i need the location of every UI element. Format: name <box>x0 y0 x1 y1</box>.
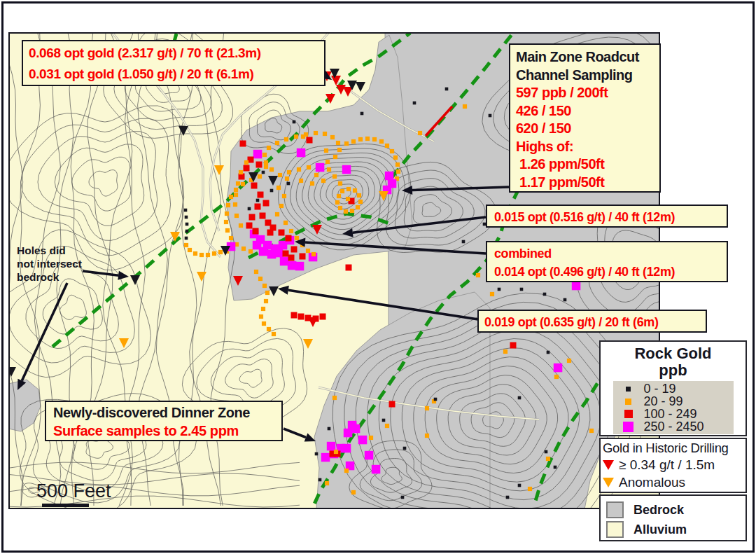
legend-item: 20 - 99 <box>613 395 734 408</box>
red-square-icon <box>624 410 633 418</box>
annotation-box-combined: combined 0.014 opt (0.496 g/t) / 40 ft (… <box>486 241 728 282</box>
annotation-title: Newly-discovered Dinner Zone <box>53 403 281 422</box>
annotation-line: 426 / 150 <box>516 102 659 120</box>
legend-geology: Bedrock Alluvium <box>599 494 747 541</box>
geology-map-page: 0.068 opt gold (2.317 g/t) / 70 ft (21.3… <box>0 0 756 554</box>
legend-title: Rock Gold <box>601 345 746 362</box>
holes-note: Holes did not intersect bedrock <box>17 244 82 284</box>
legend-item-label: Bedrock <box>634 503 684 518</box>
orange-square-icon <box>625 399 631 405</box>
legend-item: Anomalous <box>603 473 744 491</box>
legend-item: 100 - 249 <box>613 408 734 420</box>
symbol-column <box>613 399 644 405</box>
legend-rock-gold: Rock Gold ppb 0 - 19 20 - 99 100 - 249 2… <box>599 340 747 436</box>
holes-note-line: bedrock <box>17 270 82 284</box>
magenta-square-icon <box>623 422 634 432</box>
legend-item: Alluvium <box>606 520 746 539</box>
annotation-box-dinner-zone: Newly-discovered Dinner Zone Surface sam… <box>45 401 283 441</box>
orange-triangle-icon <box>603 478 614 487</box>
annotation-line: Surface samples to 2.45 ppm <box>53 422 281 440</box>
holes-note-line: not intersect <box>17 257 82 270</box>
bedrock-swatch <box>606 501 624 518</box>
symbol-column <box>613 410 644 418</box>
alluvium-swatch <box>606 521 624 538</box>
legend-item-label: 250 - 2450 <box>644 420 704 434</box>
scale-bar <box>42 504 89 507</box>
black-square-icon <box>626 387 631 392</box>
annotation-line: Highs of: <box>516 138 659 156</box>
legend-historic-drilling: Gold in Historic Drilling ≥ 0.34 g/t / 1… <box>599 438 747 493</box>
annotation-box-drill-intercepts: 0.068 opt gold (2.317 g/t) / 70 ft (21.3… <box>22 40 326 86</box>
annotation-box-main-zone: Main Zone Roadcut Channel Sampling 597 p… <box>509 43 661 193</box>
red-triangle-icon <box>603 460 614 470</box>
legend-item-label: Anomalous <box>619 475 685 490</box>
legend-symbol-panel: 0 - 19 20 - 99 100 - 249 250 - 2450 <box>613 381 734 434</box>
symbol-column <box>613 422 644 432</box>
annotation-line: 0.031 opt gold (1.050 g/t) / 20 ft (6.1m… <box>29 64 324 85</box>
annotation-box-opt019: 0.019 opt (0.635 g/t) / 20 ft (6m) <box>477 310 707 333</box>
annotation-line: 1.26 ppm/50ft <box>516 155 659 174</box>
annotation-line: combined <box>494 244 727 263</box>
annotation-line: 0.015 opt (0.516 g/t) / 40 ft (12m) <box>494 208 727 226</box>
legend-title: Gold in Historic Drilling <box>603 441 744 456</box>
holes-note-line: Holes did <box>17 244 82 257</box>
symbol-column <box>613 387 644 392</box>
annotation-title: Main Zone Roadcut <box>516 48 659 67</box>
annotation-box-opt015: 0.015 opt (0.516 g/t) / 40 ft (12m) <box>486 205 728 228</box>
legend-item: 250 - 2450 <box>613 420 734 433</box>
annotation-line: 597 ppb / 200ft <box>516 84 659 102</box>
annotation-title: Channel Sampling <box>516 67 659 85</box>
legend-item: Bedrock <box>606 500 746 520</box>
legend-item-label: ≥ 0.34 g/t / 1.5m <box>619 457 715 473</box>
annotation-line: 620 / 150 <box>516 120 659 138</box>
annotation-line: 0.068 opt gold (2.317 g/t) / 70 ft (21.3… <box>29 43 324 64</box>
legend-item-label: Alluvium <box>634 522 687 537</box>
annotation-line: 0.019 opt (0.635 g/t) / 20 ft (6m) <box>484 313 706 331</box>
legend-item: 0 - 19 <box>613 382 734 395</box>
annotation-line: 0.014 opt (0.496 g/t) / 40 ft (12m) <box>494 263 727 281</box>
legend-subtitle: ppb <box>601 362 746 379</box>
legend-item: ≥ 0.34 g/t / 1.5m <box>603 456 744 473</box>
annotation-line: 1.17 ppm/50ft <box>516 174 659 192</box>
scale-label: 500 Feet <box>36 480 111 502</box>
